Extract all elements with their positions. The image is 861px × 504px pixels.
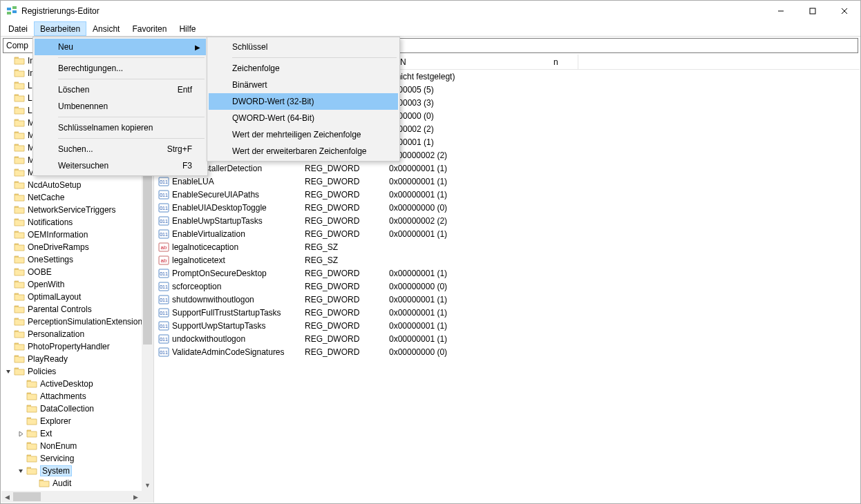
tree-item[interactable]: NcdAutoSetup bbox=[1, 179, 153, 191]
value-row[interactable]: 011ValidateAdminCodeSignaturesREG_DWORD0… bbox=[154, 345, 860, 358]
menu-item[interactable]: WeitersuchenF3 bbox=[35, 157, 206, 174]
menu-ansicht[interactable]: Ansicht bbox=[86, 21, 126, 36]
value-row[interactable]: ablegalnoticecaptionREG_SZ bbox=[154, 240, 860, 253]
tree-item[interactable]: Ext bbox=[1, 427, 153, 440]
menu-item[interactable]: Schlüssel bbox=[209, 39, 398, 55]
scroll-thumb[interactable] bbox=[13, 492, 41, 501]
scroll-right-icon[interactable]: ▶ bbox=[130, 491, 142, 503]
folder-icon bbox=[14, 168, 25, 177]
folder-icon bbox=[26, 441, 37, 451]
menu-item[interactable]: Binärwert bbox=[209, 77, 398, 93]
folder-icon bbox=[14, 81, 25, 90]
expander-placeholder bbox=[4, 193, 12, 202]
tree-item-label: ActiveDesktop bbox=[40, 379, 93, 389]
menu-separator bbox=[58, 79, 205, 79]
tree-item-label: Policies bbox=[28, 367, 56, 376]
menu-datei[interactable]: Datei bbox=[2, 21, 34, 36]
column-data[interactable]: n bbox=[385, 55, 578, 69]
dword-value-icon: 011 bbox=[158, 281, 169, 292]
tree-item-label: System bbox=[40, 465, 72, 476]
chevron-down-icon[interactable] bbox=[4, 367, 12, 376]
menu-bearbeiten[interactable]: Bearbeiten bbox=[34, 21, 86, 36]
expander-placeholder bbox=[4, 206, 12, 214]
menu-item[interactable]: LöschenEntf bbox=[35, 81, 206, 98]
tree-item[interactable]: Personalization bbox=[1, 328, 153, 340]
menu-item[interactable]: QWORD-Wert (64-Bit) bbox=[209, 110, 398, 126]
menu-item[interactable]: Wert der mehrteiligen Zeichenfolge bbox=[209, 126, 398, 143]
dword-value-icon: 011 bbox=[158, 320, 169, 331]
menu-item[interactable]: Wert der erweiterbaren Zeichenfolge bbox=[209, 143, 398, 159]
value-row[interactable]: 011EnableUIADesktopToggleREG_DWORD0x0000… bbox=[154, 201, 860, 214]
value-row[interactable]: 011EnableSecureUIAPathsREG_DWORD0x000000… bbox=[154, 188, 860, 201]
menu-item[interactable]: Umbenennen bbox=[35, 98, 206, 115]
minimize-button[interactable] bbox=[765, 1, 797, 21]
menu-favoriten[interactable]: Favoriten bbox=[126, 21, 173, 36]
tree-item[interactable]: OptimalLayout bbox=[1, 291, 153, 303]
tree-item[interactable]: Servicing bbox=[1, 452, 153, 465]
tree-item[interactable]: NonEnum bbox=[1, 440, 153, 452]
close-button[interactable] bbox=[829, 1, 860, 21]
value-row[interactable]: 011EnableInstallerDetectionREG_DWORD0x00… bbox=[154, 162, 860, 175]
value-row[interactable]: 011scforceoptionREG_DWORD0x00000000 (0) bbox=[154, 280, 860, 293]
value-row[interactable]: 011SupportFullTrustStartupTasksREG_DWORD… bbox=[154, 306, 860, 319]
value-row[interactable]: 011EnableLUAREG_DWORD0x00000001 (1) bbox=[154, 175, 860, 188]
tree-item[interactable]: NetCache bbox=[1, 191, 153, 204]
tree-horizontal-scrollbar[interactable]: ◀ ▶ bbox=[1, 491, 142, 503]
menu-item-label: Suchen... bbox=[58, 144, 93, 154]
tree-item[interactable]: OneDriveRamps bbox=[1, 241, 153, 253]
menu-item[interactable]: Zeichenfolge bbox=[209, 60, 398, 77]
tree-item[interactable]: OpenWith bbox=[1, 278, 153, 291]
expander-placeholder bbox=[4, 255, 12, 264]
dword-value-icon: 011 bbox=[158, 229, 169, 240]
tree-item-label: Audit bbox=[53, 478, 71, 488]
tree-item[interactable]: ActiveDesktop bbox=[1, 378, 153, 390]
svg-text:011: 011 bbox=[160, 284, 168, 289]
tree-item[interactable]: Audit bbox=[1, 477, 153, 490]
value-row[interactable]: 011undockwithoutlogonREG_DWORD0x00000001… bbox=[154, 332, 860, 345]
value-row[interactable]: 011PromptOnSecureDesktopREG_DWORD0x00000… bbox=[154, 266, 860, 280]
tree-item[interactable]: NetworkServiceTriggers bbox=[1, 204, 153, 216]
menu-shortcut: Strg+F bbox=[167, 144, 192, 154]
tree-item[interactable]: PlayReady bbox=[1, 353, 153, 365]
menu-hilfe[interactable]: Hilfe bbox=[173, 21, 202, 36]
chevron-down-icon[interactable] bbox=[17, 467, 25, 475]
menu-item[interactable]: Neu▶ bbox=[35, 39, 206, 55]
value-row[interactable]: 011EnableVirtualizationREG_DWORD0x000000… bbox=[154, 227, 860, 240]
expander-placeholder bbox=[29, 479, 37, 487]
folder-icon bbox=[14, 329, 25, 339]
tree-item[interactable]: PhotoPropertyHandler bbox=[1, 340, 153, 353]
tree-item[interactable]: DataCollection bbox=[1, 403, 153, 415]
svg-text:011: 011 bbox=[160, 337, 168, 342]
tree-item-label: Personalization bbox=[28, 329, 84, 339]
tree-item[interactable]: OEMInformation bbox=[1, 229, 153, 241]
string-value-icon: ab bbox=[158, 255, 169, 266]
menu-item[interactable]: Schlüsselnamen kopieren bbox=[35, 119, 206, 136]
tree-item[interactable]: OneSettings bbox=[1, 253, 153, 266]
chevron-right-icon[interactable] bbox=[17, 429, 25, 438]
tree-item[interactable]: PerceptionSimulationExtensions bbox=[1, 316, 153, 328]
value-row[interactable]: 011SupportUwpStartupTasksREG_DWORD0x0000… bbox=[154, 319, 860, 332]
value-row[interactable]: 011shutdownwithoutlogonREG_DWORD0x000000… bbox=[154, 293, 860, 306]
value-data: 0x00000001 (1) bbox=[385, 229, 860, 239]
svg-text:011: 011 bbox=[160, 350, 168, 355]
tree-item[interactable]: Parental Controls bbox=[1, 303, 153, 316]
tree-item[interactable]: Explorer bbox=[1, 415, 153, 427]
expander-placeholder bbox=[4, 94, 12, 102]
maximize-button[interactable] bbox=[797, 1, 829, 21]
menu-item-label: QWORD-Wert (64-Bit) bbox=[232, 113, 314, 123]
tree-item[interactable]: Policies bbox=[1, 365, 153, 378]
value-data: 0x00000000 (0) bbox=[385, 203, 860, 213]
tree-item[interactable]: OOBE bbox=[1, 266, 153, 278]
value-row[interactable]: 011EnableUwpStartupTasksREG_DWORD0x00000… bbox=[154, 214, 860, 227]
menu-item[interactable]: Berechtigungen... bbox=[35, 60, 206, 77]
scroll-down-icon[interactable]: ▼ bbox=[142, 479, 153, 491]
tree-item[interactable]: Attachments bbox=[1, 390, 153, 403]
scroll-left-icon[interactable]: ◀ bbox=[1, 491, 13, 503]
tree-item[interactable]: System bbox=[1, 465, 153, 477]
menu-item[interactable]: DWORD-Wert (32-Bit) bbox=[209, 93, 398, 110]
menu-item[interactable]: Suchen...Strg+F bbox=[35, 141, 206, 157]
folder-icon bbox=[14, 93, 25, 103]
scroll-thumb[interactable] bbox=[143, 151, 152, 345]
tree-item[interactable]: Notifications bbox=[1, 216, 153, 229]
value-row[interactable]: ablegalnoticetextREG_SZ bbox=[154, 253, 860, 266]
